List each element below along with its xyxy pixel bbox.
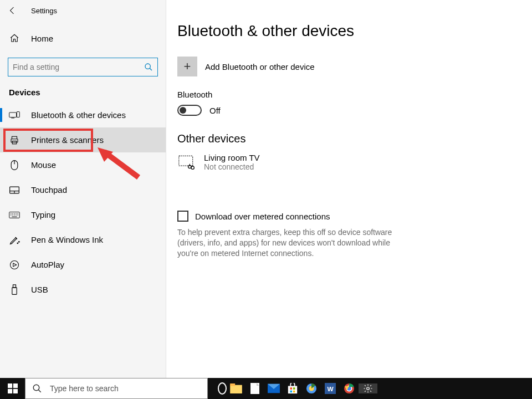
titlebar: Settings bbox=[0, 0, 166, 21]
metered-checkbox[interactable] bbox=[177, 211, 188, 222]
sidebar-item-label: AutoPlay bbox=[31, 260, 64, 269]
add-device-button[interactable]: + Add Bluetooth or other device bbox=[177, 57, 521, 76]
sidebar-item-label: Touchpad bbox=[31, 185, 67, 195]
device-status: Not connected bbox=[204, 162, 260, 171]
mouse-icon bbox=[9, 160, 20, 171]
svg-rect-1 bbox=[9, 112, 17, 117]
keyboard-icon bbox=[9, 209, 20, 221]
window-title: Settings bbox=[31, 7, 57, 15]
sidebar-home-label: Home bbox=[31, 34, 53, 43]
home-icon bbox=[9, 33, 20, 44]
cast-device-icon bbox=[177, 153, 196, 172]
taskbar-app-settings[interactable] bbox=[359, 383, 377, 393]
svg-rect-25 bbox=[288, 386, 297, 393]
svg-rect-17 bbox=[13, 383, 17, 388]
devices-icon bbox=[9, 110, 20, 121]
other-devices-header: Other devices bbox=[177, 132, 521, 145]
metered-help-text: To help prevent extra charges, keep this… bbox=[177, 227, 399, 259]
device-row[interactable]: Living room TV Not connected bbox=[177, 153, 521, 172]
svg-rect-26 bbox=[290, 387, 292, 390]
touchpad-icon bbox=[9, 185, 20, 196]
taskbar-app-document[interactable] bbox=[245, 383, 264, 394]
pen-icon bbox=[9, 234, 20, 245]
svg-point-14 bbox=[188, 165, 191, 168]
svg-point-8 bbox=[17, 243, 18, 244]
sidebar-item-printers[interactable]: Printers & scanners bbox=[0, 127, 166, 152]
svg-point-0 bbox=[145, 64, 150, 69]
svg-point-15 bbox=[191, 166, 194, 169]
svg-rect-13 bbox=[179, 156, 193, 166]
usb-icon bbox=[9, 284, 20, 295]
back-button[interactable] bbox=[8, 6, 18, 16]
cortana-icon bbox=[218, 382, 227, 395]
metered-checkbox-label: Download over metered connections bbox=[195, 212, 330, 221]
search-icon bbox=[144, 63, 153, 71]
search-icon bbox=[32, 383, 42, 393]
svg-rect-16 bbox=[8, 383, 12, 388]
start-button[interactable] bbox=[0, 378, 25, 399]
taskbar-app-browser[interactable] bbox=[302, 383, 321, 394]
svg-rect-18 bbox=[8, 389, 12, 393]
cortana-button[interactable] bbox=[208, 382, 227, 395]
toggle-knob-icon bbox=[180, 107, 186, 114]
taskbar-app-chrome[interactable] bbox=[340, 383, 359, 394]
taskbar-app-explorer[interactable] bbox=[227, 383, 245, 393]
svg-rect-11 bbox=[13, 284, 16, 287]
sidebar-navlist: Bluetooth & other devices Printers & sca… bbox=[0, 103, 166, 302]
svg-rect-27 bbox=[293, 387, 295, 390]
svg-rect-22 bbox=[230, 383, 235, 386]
svg-text:W: W bbox=[327, 385, 334, 393]
taskbar-app-mail[interactable] bbox=[264, 383, 283, 393]
sidebar-item-typing[interactable]: Typing bbox=[0, 202, 166, 227]
sidebar-item-label: USB bbox=[31, 285, 48, 294]
svg-rect-2 bbox=[17, 111, 19, 117]
svg-rect-12 bbox=[12, 287, 17, 294]
taskbar-search-placeholder: Type here to search bbox=[50, 384, 119, 393]
search-input[interactable] bbox=[13, 63, 144, 71]
plus-icon: + bbox=[177, 57, 197, 76]
sidebar-item-bluetooth[interactable]: Bluetooth & other devices bbox=[0, 103, 166, 127]
search-box[interactable] bbox=[8, 58, 158, 76]
sidebar-category-header: Devices bbox=[0, 76, 166, 103]
sidebar-item-usb[interactable]: USB bbox=[0, 277, 166, 302]
sidebar-item-label: Pen & Windows Ink bbox=[31, 235, 103, 244]
bluetooth-toggle[interactable] bbox=[177, 105, 202, 116]
sidebar-home[interactable]: Home bbox=[0, 27, 166, 50]
sidebar-item-label: Printers & scanners bbox=[31, 135, 104, 145]
main-panel: Bluetooth & other devices + Add Bluetoot… bbox=[166, 0, 532, 378]
svg-point-20 bbox=[33, 385, 39, 391]
sidebar: Settings Home Devices Bluetooth & other … bbox=[0, 0, 166, 378]
device-name: Living room TV bbox=[204, 153, 260, 162]
taskbar: Type here to search W bbox=[0, 378, 532, 399]
autoplay-icon bbox=[9, 259, 20, 270]
taskbar-search[interactable]: Type here to search bbox=[25, 378, 208, 399]
svg-point-37 bbox=[367, 387, 370, 390]
page-title: Bluetooth & other devices bbox=[177, 22, 521, 40]
sidebar-item-touchpad[interactable]: Touchpad bbox=[0, 177, 166, 202]
sidebar-item-label: Typing bbox=[31, 210, 55, 219]
sidebar-item-label: Mouse bbox=[31, 160, 56, 170]
svg-point-9 bbox=[19, 241, 20, 242]
add-device-label: Add Bluetooth or other device bbox=[205, 62, 315, 71]
sidebar-item-label: Bluetooth & other devices bbox=[31, 110, 126, 120]
taskbar-tray: W bbox=[208, 378, 532, 399]
svg-point-10 bbox=[11, 260, 19, 269]
svg-rect-28 bbox=[290, 391, 292, 393]
taskbar-app-store[interactable] bbox=[283, 383, 302, 394]
taskbar-app-word[interactable]: W bbox=[321, 383, 340, 394]
svg-rect-21 bbox=[230, 385, 242, 393]
bluetooth-state: Off bbox=[209, 106, 221, 115]
sidebar-item-mouse[interactable]: Mouse bbox=[0, 152, 166, 177]
svg-rect-29 bbox=[293, 391, 295, 393]
sidebar-item-pen[interactable]: Pen & Windows Ink bbox=[0, 227, 166, 252]
printer-icon bbox=[9, 135, 20, 146]
svg-rect-19 bbox=[13, 389, 17, 393]
bluetooth-label: Bluetooth bbox=[177, 90, 521, 99]
sidebar-item-autoplay[interactable]: AutoPlay bbox=[0, 252, 166, 277]
